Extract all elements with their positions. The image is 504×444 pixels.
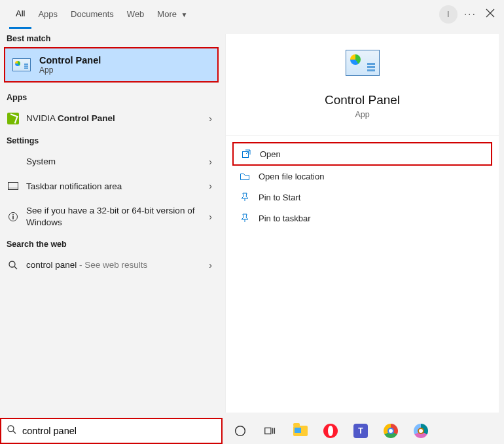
action-label: Pin to taskbar <box>259 213 311 223</box>
preview-subtitle: App <box>226 110 499 136</box>
search-icon <box>7 260 20 270</box>
options-button[interactable]: ··· <box>464 9 477 20</box>
control-panel-icon <box>12 57 31 73</box>
best-match-title: Control Panel <box>39 55 101 65</box>
svg-point-3 <box>12 214 14 215</box>
web-result-label: control panel - See web results <box>26 259 205 271</box>
settings-result-label: See if you have a 32-bit or 64-bit versi… <box>26 205 205 228</box>
action-pin-to-start[interactable]: Pin to Start <box>232 187 492 208</box>
start-search-window: All Apps Documents Web More ▼ I ··· Best… <box>0 0 504 444</box>
svg-line-6 <box>14 267 17 269</box>
section-apps: Apps <box>0 88 223 106</box>
tab-apps[interactable]: Apps <box>31 0 64 29</box>
taskbar: T <box>223 418 504 444</box>
svg-rect-1 <box>9 188 18 190</box>
action-open[interactable]: Open <box>232 142 492 166</box>
chrome-canary-icon[interactable] <box>412 422 429 439</box>
svg-point-5 <box>9 261 15 267</box>
tab-documents[interactable]: Documents <box>64 0 120 29</box>
preview-actions: Open Open file location Pin to Start <box>226 136 499 235</box>
chevron-right-icon: › <box>209 260 216 270</box>
pin-icon <box>239 192 251 202</box>
opera-icon[interactable] <box>322 422 339 439</box>
chevron-down-icon: ▼ <box>181 11 188 18</box>
settings-result-label: Taskbar notification area <box>26 181 205 193</box>
action-pin-to-taskbar[interactable]: Pin to taskbar <box>232 208 492 229</box>
control-panel-icon <box>346 50 380 76</box>
chrome-icon[interactable] <box>382 422 399 439</box>
chevron-right-icon: › <box>209 212 216 222</box>
tab-more[interactable]: More ▼ <box>151 0 194 29</box>
app-result-nvidia-control-panel[interactable]: NVIDIA Control Panel › <box>0 106 223 131</box>
tab-more-label: More <box>157 9 177 19</box>
chevron-right-icon: › <box>209 181 216 191</box>
svg-point-8 <box>8 426 14 432</box>
best-match-item[interactable]: Control Panel App <box>4 47 219 83</box>
search-icon <box>7 424 17 437</box>
app-result-label: NVIDIA Control Panel <box>26 113 205 124</box>
settings-result-system[interactable]: System › <box>0 149 223 174</box>
settings-result-taskbar-notification-area[interactable]: Taskbar notification area › <box>0 174 223 199</box>
task-view-icon[interactable] <box>262 422 279 439</box>
avatar[interactable]: I <box>439 5 458 24</box>
section-search-web: Search the web <box>0 234 223 253</box>
preview-title: Control Panel <box>226 93 499 107</box>
file-explorer-icon[interactable] <box>292 422 309 439</box>
action-label: Open <box>260 149 281 159</box>
action-open-file-location[interactable]: Open file location <box>232 166 492 187</box>
nvidia-icon <box>7 113 20 124</box>
pin-icon <box>239 213 251 223</box>
svg-rect-11 <box>265 428 271 434</box>
scope-tabs: All Apps Documents Web More ▼ I ··· <box>0 0 504 29</box>
action-label: Open file location <box>259 172 324 181</box>
section-settings: Settings <box>0 131 223 149</box>
results-pane: Best match Control Panel App Apps NVIDIA… <box>0 29 223 418</box>
main-area: Best match Control Panel App Apps NVIDIA… <box>0 29 504 418</box>
section-best-match: Best match <box>0 29 223 47</box>
info-icon <box>7 212 20 222</box>
svg-point-10 <box>236 426 245 436</box>
preview-pane: Control Panel App Open Open file locatio… <box>225 34 499 413</box>
open-icon <box>240 149 252 159</box>
settings-result-32-64-bit[interactable]: See if you have a 32-bit or 64-bit versi… <box>0 198 223 234</box>
best-match-text: Control Panel App <box>39 55 101 75</box>
web-result-control-panel[interactable]: control panel - See web results › <box>0 253 223 278</box>
close-button[interactable] <box>486 9 495 20</box>
bottom-bar: T <box>0 418 504 444</box>
teams-icon[interactable]: T <box>352 422 369 439</box>
cortana-icon[interactable] <box>232 422 249 439</box>
folder-icon <box>239 171 251 181</box>
svg-rect-4 <box>12 216 14 219</box>
tab-web[interactable]: Web <box>120 0 151 29</box>
svg-line-9 <box>13 431 16 434</box>
chevron-right-icon: › <box>209 113 216 124</box>
action-label: Pin to Start <box>259 193 300 202</box>
tab-all[interactable]: All <box>9 0 31 29</box>
best-match-subtitle: App <box>39 65 101 75</box>
taskbar-icon <box>7 182 20 190</box>
close-icon <box>486 9 495 18</box>
settings-result-label: System <box>26 156 205 168</box>
search-input[interactable] <box>22 426 216 436</box>
search-box[interactable] <box>0 418 223 444</box>
chevron-right-icon: › <box>209 157 216 167</box>
